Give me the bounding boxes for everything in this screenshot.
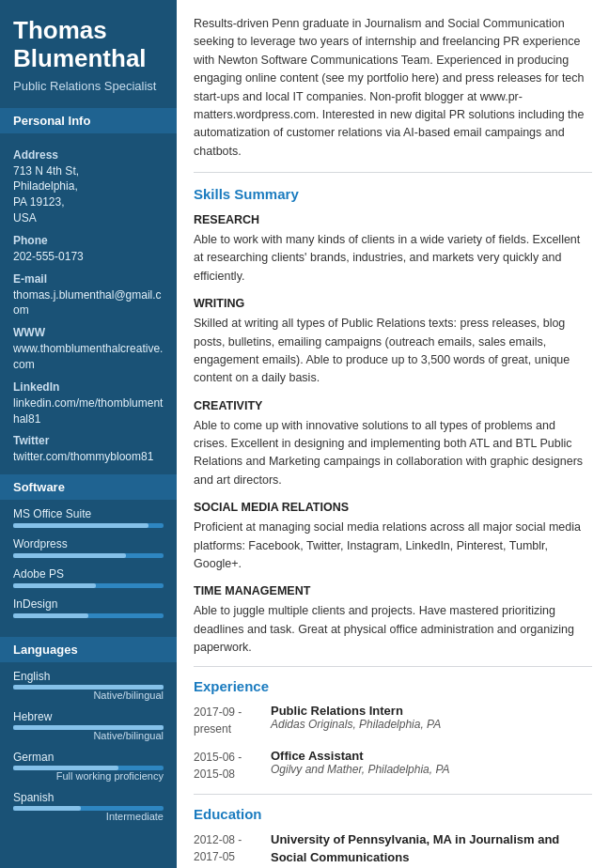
skill-heading: TIME MANAGEMENT [194,584,592,597]
skill-heading: RESEARCH [194,213,592,226]
software-item: InDesign [13,597,164,618]
software-name: InDesign [13,597,164,611]
skill-desc: Proficient at managing social media rela… [194,519,592,573]
education-list: 2012-08 -2017-05 University of Pennsylva… [194,831,592,865]
languages-content: English Native/bilingual Hebrew Native/b… [0,662,177,841]
skill-desc: Able to come up with innovative solution… [194,417,592,490]
skill-heading: WRITING [194,297,592,310]
language-name: German [13,751,164,764]
software-header: Software [0,474,177,500]
software-bar-fill [13,583,96,588]
education-entry: 2012-08 -2017-05 University of Pennsylva… [194,831,592,865]
exp-company: Adidas Originals, Philadelphia, PA [271,718,441,731]
software-bar-fill [13,613,88,618]
divider-experience [194,666,592,667]
skill-desc: Able to work with many kinds of clients … [194,231,592,286]
edu-dates: 2012-08 -2017-05 [194,831,261,865]
candidate-name: Thomas Blumenthal [13,17,164,73]
linkedin-value: linkedin.com/me/thomblumenthal81 [13,395,164,427]
skill-desc: Able to juggle multiple clients and proj… [194,602,592,657]
twitter-label: Twitter [13,434,164,447]
skills-list: RESEARCH Able to work with many kinds of… [194,213,592,657]
language-name: Spanish [13,791,164,804]
experience-entry: 2017-09 -present Public Relations Intern… [194,704,592,737]
personal-info-header: Personal Info [0,108,177,133]
software-bar-fill [13,553,126,558]
linkedin-label: LinkedIn [13,380,164,394]
phone-value: 202-555-0173 [13,249,164,265]
edu-degree: University of Pennsylvania, MA in Journa… [271,831,592,865]
skill-entry: WRITING Skilled at writing all types of … [194,297,592,388]
email-value: thomas.j.blumenthal@gmail.com [13,287,164,319]
skill-entry: TIME MANAGEMENT Able to juggle multiple … [194,584,592,657]
exp-details: Public Relations Intern Adidas Originals… [271,704,441,737]
twitter-value: twitter.com/thommybloom81 [13,449,164,465]
software-name: Adobe PS [13,567,164,581]
address-value: 713 N 4th St,Philadelphia,PA 19123,USA [13,163,164,226]
language-level: Native/bilingual [13,690,164,701]
sidebar: Thomas Blumenthal Public Relations Speci… [0,0,177,868]
software-bar-bg [13,553,164,558]
skill-entry: SOCIAL MEDIA RELATIONS Proficient at man… [194,501,592,573]
exp-company: Ogilvy and Mather, Philadelphia, PA [271,763,450,776]
language-name: Hebrew [13,710,164,723]
exp-dates: 2015-06 -2015-08 [194,749,261,783]
language-item: Hebrew Native/bilingual [13,710,164,741]
language-item: Spanish Intermediate [13,791,164,822]
software-item: Wordpress [13,537,164,558]
summary-text: Results-driven Penn graduate in Journali… [194,15,592,173]
software-item: Adobe PS [13,567,164,588]
exp-dates: 2017-09 -present [194,704,261,737]
language-level: Native/bilingual [13,730,164,741]
software-name: MS Office Suite [13,507,164,520]
personal-info-content: Address 713 N 4th St,Philadelphia,PA 191… [0,133,177,475]
edu-details: University of Pennsylvania, MA in Journa… [271,831,592,865]
software-bar-bg [13,583,164,588]
experience-entry: 2015-06 -2015-08 Office Assistant Ogilvy… [194,749,592,783]
language-item: English Native/bilingual [13,670,164,701]
skill-heading: CREATIVITY [194,399,592,412]
divider-education [194,794,592,795]
skill-desc: Skilled at writing all types of Public R… [194,315,592,388]
software-content: MS Office Suite Wordpress Adobe PS InDes… [0,500,177,637]
address-label: Address [13,148,164,162]
language-name: English [13,670,164,683]
software-name: Wordpress [13,537,164,550]
www-value: www.thomblumenthalcreative.com [13,341,164,373]
exp-details: Office Assistant Ogilvy and Mather, Phil… [271,749,450,783]
experience-list: 2017-09 -present Public Relations Intern… [194,704,592,783]
languages-header: Languages [0,637,177,662]
language-item: German Full working proficiency [13,751,164,782]
education-section: Education 2012-08 -2017-05 University of… [194,806,592,865]
education-title: Education [194,806,592,822]
experience-section: Experience 2017-09 -present Public Relat… [194,678,592,783]
software-bar-bg [13,523,164,528]
resume-page: Thomas Blumenthal Public Relations Speci… [0,0,609,868]
candidate-job-title: Public Relations Specialist [13,79,164,95]
language-level: Full working proficiency [13,770,164,782]
skill-entry: RESEARCH Able to work with many kinds of… [194,213,592,286]
experience-title: Experience [194,678,592,694]
language-level: Intermediate [13,811,164,822]
main-content: Results-driven Penn graduate in Journali… [177,0,609,868]
phone-label: Phone [13,234,164,247]
software-bar-fill [13,523,148,528]
skills-section: Skills Summary RESEARCH Able to work wit… [194,186,592,657]
skill-entry: CREATIVITY Able to come up with innovati… [194,399,592,490]
exp-title: Office Assistant [271,749,450,763]
email-label: E-mail [13,272,164,286]
software-bar-bg [13,613,164,618]
www-label: WWW [13,326,164,339]
sidebar-header: Thomas Blumenthal Public Relations Speci… [0,0,177,108]
software-item: MS Office Suite [13,507,164,528]
skills-title: Skills Summary [194,186,592,202]
exp-title: Public Relations Intern [271,704,441,718]
skill-heading: SOCIAL MEDIA RELATIONS [194,501,592,514]
